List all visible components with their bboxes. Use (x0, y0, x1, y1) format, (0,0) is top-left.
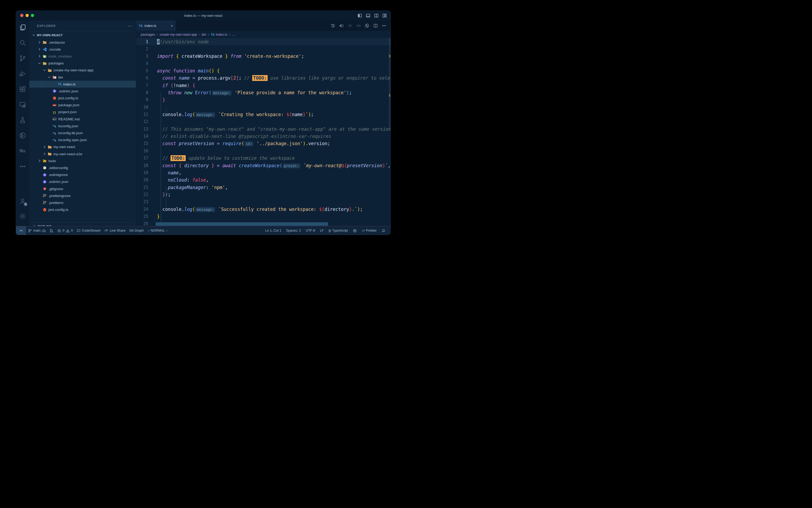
code-line-3[interactable]: 3import { createWorkspace } from 'create… (136, 53, 391, 60)
line-number[interactable]: 4 (136, 61, 148, 66)
workspace-section-header[interactable]: MY-OWN-REACT (29, 31, 136, 39)
activity-bar-explorer[interactable] (16, 21, 29, 34)
line-number[interactable]: 7 (136, 83, 148, 88)
tree-item-bin[interactable]: 0110bin (29, 74, 136, 81)
layout-customize-icon[interactable] (382, 13, 387, 18)
tree-item-readme-md[interactable]: MREADME.md (29, 116, 136, 123)
vertical-scrollbar[interactable] (389, 38, 391, 129)
tree-item-prettierignore[interactable]: .prettierignore (29, 192, 136, 199)
code-line-17[interactable]: 17 // TODO: update below to customize th… (136, 155, 391, 162)
tree-item-create-my-own-react-app[interactable]: create-my-own-react-app (29, 67, 136, 74)
code-line-16[interactable]: 16 (136, 147, 391, 155)
chevron-down-icon[interactable] (43, 68, 48, 73)
activity-bar-remote-explorer[interactable] (16, 98, 29, 111)
code-line-content[interactable]: // This assumes "my-own-react" and "crea… (157, 126, 391, 132)
close-button[interactable] (20, 14, 23, 17)
tree-item-eslintignore[interactable]: .eslintignore (29, 171, 136, 178)
status-indentation[interactable]: Spaces: 2 (284, 226, 303, 235)
code-line-9[interactable]: 9 } (136, 96, 391, 103)
layout-panel-bottom-icon[interactable] (366, 13, 370, 18)
line-number[interactable]: 8 (136, 90, 148, 95)
line-number[interactable]: 9 (136, 97, 148, 102)
tree-item-jest-config-ts[interactable]: jest.config.ts (29, 206, 136, 213)
breadcrumb-item-bin[interactable]: bin (202, 33, 206, 37)
status-prettier[interactable]: ✓✓Prettier (360, 226, 379, 235)
line-number[interactable]: 23 (136, 200, 148, 204)
minimize-button[interactable] (26, 14, 29, 17)
code-line-20[interactable]: 20 nxCloud: false, (136, 176, 391, 184)
code-line-4[interactable]: 4 (136, 60, 391, 67)
code-line-1[interactable]: 1#!/usr/bin/env node (136, 38, 391, 45)
activity-bar-source-control[interactable] (16, 52, 29, 65)
chevron-right-icon[interactable] (38, 54, 43, 58)
tree-item-tsconfig-json[interactable]: TStsconfig.json (29, 123, 136, 129)
tree-item-my-own-react-e2e[interactable]: my-own-react-e2e (29, 151, 136, 157)
code-line-12[interactable]: 12 (136, 118, 391, 125)
tree-item-node-modules[interactable]: JSnode_modules (29, 53, 136, 60)
line-number[interactable]: 18 (136, 163, 148, 168)
tree-item-packages[interactable]: packages (29, 60, 136, 67)
status-codestream[interactable]: CodeStream (75, 226, 102, 235)
chevron-right-icon[interactable] (38, 159, 43, 163)
go-back-icon[interactable] (338, 23, 345, 29)
code-line-22[interactable]: 22 }); (136, 191, 391, 198)
code-line-24[interactable]: 24 console.log(message: `Successfully cr… (136, 206, 391, 213)
tree-item-tools[interactable]: tools (29, 157, 136, 164)
code-line-19[interactable]: 19 name, (136, 169, 391, 176)
activity-bar-nx-console[interactable]: N≥ (16, 144, 29, 157)
line-number[interactable]: 16 (136, 149, 148, 153)
layout-split-right-icon[interactable] (374, 13, 379, 18)
line-number[interactable]: 17 (136, 156, 148, 161)
tree-item-gitignore[interactable]: .gitignore (29, 185, 136, 192)
activity-bar-settings[interactable] (16, 210, 29, 222)
status-remote-indicator[interactable]: >< (16, 226, 26, 235)
code-line-content[interactable]: #!/usr/bin/env node (157, 39, 208, 44)
line-number[interactable]: 26 (136, 221, 148, 226)
split-editor-icon[interactable] (372, 23, 379, 29)
outline-section[interactable]: OUTLINE (29, 222, 136, 226)
status-problems[interactable]: 00 (55, 226, 75, 235)
breadcrumb-item-index-ts[interactable]: TSindex.ts (211, 33, 228, 37)
chevron-right-icon[interactable] (43, 152, 48, 156)
code-line-21[interactable]: 21 packageManager: 'npm', (136, 184, 391, 191)
timeline-icon[interactable] (329, 23, 336, 29)
code-line-content[interactable]: }); (157, 192, 171, 197)
breadcrumb-item-create-my-own-react-app[interactable]: create-my-own-react-app (160, 33, 197, 37)
status-git-graph[interactable]: Git Graph (128, 226, 146, 235)
line-number[interactable]: 19 (136, 170, 148, 175)
code-line-content[interactable]: const name = process.argv[2]; // TODO: u… (157, 75, 391, 81)
tree-item-prettierrc[interactable]: .prettierrc (29, 199, 136, 206)
status-live-share[interactable]: Live Share (102, 226, 128, 235)
activity-bar-gitlens[interactable] (16, 129, 29, 142)
chevron-down-icon[interactable] (47, 75, 52, 79)
code-line-content[interactable]: packageManager: 'npm', (157, 185, 228, 190)
open-changes-icon[interactable] (364, 23, 370, 29)
status-notifications[interactable] (380, 226, 387, 235)
code-line-15[interactable]: 15 const presetVersion = require(id: '..… (136, 140, 391, 147)
code-line-11[interactable]: 11 console.log(message: `Creating the wo… (136, 111, 391, 118)
line-number[interactable]: 24 (136, 207, 148, 212)
code-line-content[interactable]: console.log(message: `Successfully creat… (157, 207, 363, 212)
code-line-content[interactable]: // eslint-disable-next-line @typescript-… (157, 134, 331, 139)
code-line-content[interactable]: console.log(message: `Creating the works… (157, 112, 314, 117)
activity-bar-extensions[interactable] (16, 83, 29, 95)
code-line-18[interactable]: 18 const { directory } = await createWor… (136, 162, 391, 169)
code-line-25[interactable]: 25} (136, 213, 391, 220)
code-line-content[interactable]: import { createWorkspace } from 'create-… (157, 53, 304, 59)
activity-bar-accounts[interactable]: 1 (16, 195, 29, 208)
status-git-branch-publish[interactable]: main (26, 226, 48, 235)
line-number[interactable]: 20 (136, 178, 148, 182)
status-eol[interactable]: LF (318, 226, 326, 235)
line-number[interactable]: 15 (136, 141, 148, 146)
tree-item-editorconfig[interactable]: .editorconfig (29, 164, 136, 171)
line-number[interactable]: 11 (136, 112, 148, 117)
chevron-right-icon[interactable] (43, 145, 48, 149)
status-vim-mode[interactable]: -- NORMAL -- (146, 226, 170, 235)
tree-item-jest-config-ts[interactable]: jest.config.ts (29, 95, 136, 102)
line-number[interactable]: 22 (136, 192, 148, 197)
code-line-23[interactable]: 23 (136, 198, 391, 206)
activity-bar-more-views[interactable] (16, 160, 29, 173)
tree-item-package-json[interactable]: npmpackage.json (29, 102, 136, 109)
code-line-14[interactable]: 14 // eslint-disable-next-line @typescri… (136, 133, 391, 140)
previous-change-icon[interactable] (346, 23, 353, 29)
